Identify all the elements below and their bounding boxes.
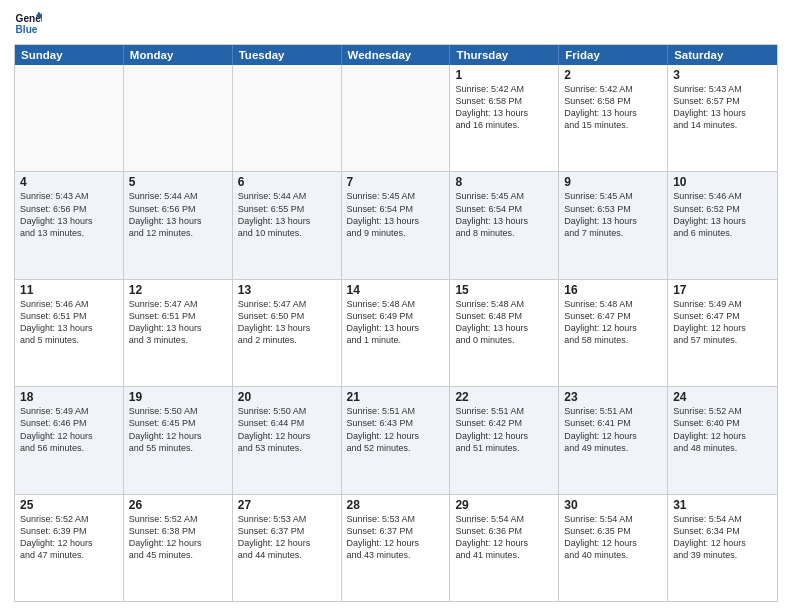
day-details: Sunrise: 5:42 AM Sunset: 6:58 PM Dayligh… bbox=[564, 83, 662, 132]
day-number: 24 bbox=[673, 390, 772, 404]
day-details: Sunrise: 5:48 AM Sunset: 6:47 PM Dayligh… bbox=[564, 298, 662, 347]
cal-cell: 7Sunrise: 5:45 AM Sunset: 6:54 PM Daylig… bbox=[342, 172, 451, 278]
cal-cell: 2Sunrise: 5:42 AM Sunset: 6:58 PM Daylig… bbox=[559, 65, 668, 171]
day-details: Sunrise: 5:43 AM Sunset: 6:57 PM Dayligh… bbox=[673, 83, 772, 132]
day-details: Sunrise: 5:53 AM Sunset: 6:37 PM Dayligh… bbox=[238, 513, 336, 562]
cal-week-5: 25Sunrise: 5:52 AM Sunset: 6:39 PM Dayli… bbox=[15, 495, 777, 601]
cal-cell: 14Sunrise: 5:48 AM Sunset: 6:49 PM Dayli… bbox=[342, 280, 451, 386]
day-number: 10 bbox=[673, 175, 772, 189]
cal-cell: 30Sunrise: 5:54 AM Sunset: 6:35 PM Dayli… bbox=[559, 495, 668, 601]
day-number: 3 bbox=[673, 68, 772, 82]
cal-cell: 16Sunrise: 5:48 AM Sunset: 6:47 PM Dayli… bbox=[559, 280, 668, 386]
day-number: 26 bbox=[129, 498, 227, 512]
cal-cell: 4Sunrise: 5:43 AM Sunset: 6:56 PM Daylig… bbox=[15, 172, 124, 278]
cal-cell bbox=[342, 65, 451, 171]
cal-cell: 28Sunrise: 5:53 AM Sunset: 6:37 PM Dayli… bbox=[342, 495, 451, 601]
day-details: Sunrise: 5:52 AM Sunset: 6:38 PM Dayligh… bbox=[129, 513, 227, 562]
cal-cell: 19Sunrise: 5:50 AM Sunset: 6:45 PM Dayli… bbox=[124, 387, 233, 493]
day-details: Sunrise: 5:51 AM Sunset: 6:41 PM Dayligh… bbox=[564, 405, 662, 454]
cal-cell: 17Sunrise: 5:49 AM Sunset: 6:47 PM Dayli… bbox=[668, 280, 777, 386]
day-details: Sunrise: 5:51 AM Sunset: 6:42 PM Dayligh… bbox=[455, 405, 553, 454]
day-number: 18 bbox=[20, 390, 118, 404]
header: General Blue bbox=[14, 10, 778, 38]
day-details: Sunrise: 5:47 AM Sunset: 6:51 PM Dayligh… bbox=[129, 298, 227, 347]
cal-cell: 23Sunrise: 5:51 AM Sunset: 6:41 PM Dayli… bbox=[559, 387, 668, 493]
day-number: 31 bbox=[673, 498, 772, 512]
cal-cell: 9Sunrise: 5:45 AM Sunset: 6:53 PM Daylig… bbox=[559, 172, 668, 278]
cal-cell: 18Sunrise: 5:49 AM Sunset: 6:46 PM Dayli… bbox=[15, 387, 124, 493]
day-number: 13 bbox=[238, 283, 336, 297]
cal-cell: 1Sunrise: 5:42 AM Sunset: 6:58 PM Daylig… bbox=[450, 65, 559, 171]
day-number: 8 bbox=[455, 175, 553, 189]
logo: General Blue bbox=[14, 10, 42, 38]
cal-cell: 24Sunrise: 5:52 AM Sunset: 6:40 PM Dayli… bbox=[668, 387, 777, 493]
cal-cell: 6Sunrise: 5:44 AM Sunset: 6:55 PM Daylig… bbox=[233, 172, 342, 278]
day-details: Sunrise: 5:51 AM Sunset: 6:43 PM Dayligh… bbox=[347, 405, 445, 454]
day-number: 21 bbox=[347, 390, 445, 404]
day-details: Sunrise: 5:50 AM Sunset: 6:45 PM Dayligh… bbox=[129, 405, 227, 454]
day-number: 1 bbox=[455, 68, 553, 82]
cal-week-3: 11Sunrise: 5:46 AM Sunset: 6:51 PM Dayli… bbox=[15, 280, 777, 387]
day-details: Sunrise: 5:44 AM Sunset: 6:55 PM Dayligh… bbox=[238, 190, 336, 239]
cal-cell: 29Sunrise: 5:54 AM Sunset: 6:36 PM Dayli… bbox=[450, 495, 559, 601]
day-details: Sunrise: 5:43 AM Sunset: 6:56 PM Dayligh… bbox=[20, 190, 118, 239]
day-details: Sunrise: 5:54 AM Sunset: 6:36 PM Dayligh… bbox=[455, 513, 553, 562]
cal-cell: 21Sunrise: 5:51 AM Sunset: 6:43 PM Dayli… bbox=[342, 387, 451, 493]
cal-cell: 31Sunrise: 5:54 AM Sunset: 6:34 PM Dayli… bbox=[668, 495, 777, 601]
svg-text:Blue: Blue bbox=[16, 24, 38, 35]
cal-cell: 3Sunrise: 5:43 AM Sunset: 6:57 PM Daylig… bbox=[668, 65, 777, 171]
day-number: 19 bbox=[129, 390, 227, 404]
day-number: 15 bbox=[455, 283, 553, 297]
day-number: 29 bbox=[455, 498, 553, 512]
day-number: 30 bbox=[564, 498, 662, 512]
day-number: 11 bbox=[20, 283, 118, 297]
day-number: 2 bbox=[564, 68, 662, 82]
cal-header-tuesday: Tuesday bbox=[233, 45, 342, 65]
day-details: Sunrise: 5:54 AM Sunset: 6:34 PM Dayligh… bbox=[673, 513, 772, 562]
cal-week-4: 18Sunrise: 5:49 AM Sunset: 6:46 PM Dayli… bbox=[15, 387, 777, 494]
calendar: SundayMondayTuesdayWednesdayThursdayFrid… bbox=[14, 44, 778, 602]
day-details: Sunrise: 5:46 AM Sunset: 6:52 PM Dayligh… bbox=[673, 190, 772, 239]
day-number: 25 bbox=[20, 498, 118, 512]
day-details: Sunrise: 5:45 AM Sunset: 6:54 PM Dayligh… bbox=[347, 190, 445, 239]
day-number: 16 bbox=[564, 283, 662, 297]
day-number: 22 bbox=[455, 390, 553, 404]
day-number: 23 bbox=[564, 390, 662, 404]
cal-cell bbox=[124, 65, 233, 171]
day-details: Sunrise: 5:47 AM Sunset: 6:50 PM Dayligh… bbox=[238, 298, 336, 347]
day-details: Sunrise: 5:45 AM Sunset: 6:54 PM Dayligh… bbox=[455, 190, 553, 239]
cal-cell: 15Sunrise: 5:48 AM Sunset: 6:48 PM Dayli… bbox=[450, 280, 559, 386]
cal-header-wednesday: Wednesday bbox=[342, 45, 451, 65]
cal-week-2: 4Sunrise: 5:43 AM Sunset: 6:56 PM Daylig… bbox=[15, 172, 777, 279]
logo-icon: General Blue bbox=[14, 10, 42, 38]
cal-cell: 10Sunrise: 5:46 AM Sunset: 6:52 PM Dayli… bbox=[668, 172, 777, 278]
cal-header-monday: Monday bbox=[124, 45, 233, 65]
day-number: 6 bbox=[238, 175, 336, 189]
cal-cell: 26Sunrise: 5:52 AM Sunset: 6:38 PM Dayli… bbox=[124, 495, 233, 601]
day-details: Sunrise: 5:50 AM Sunset: 6:44 PM Dayligh… bbox=[238, 405, 336, 454]
day-details: Sunrise: 5:52 AM Sunset: 6:40 PM Dayligh… bbox=[673, 405, 772, 454]
day-number: 14 bbox=[347, 283, 445, 297]
day-number: 5 bbox=[129, 175, 227, 189]
day-number: 4 bbox=[20, 175, 118, 189]
calendar-header: SundayMondayTuesdayWednesdayThursdayFrid… bbox=[15, 45, 777, 65]
day-details: Sunrise: 5:49 AM Sunset: 6:46 PM Dayligh… bbox=[20, 405, 118, 454]
day-details: Sunrise: 5:45 AM Sunset: 6:53 PM Dayligh… bbox=[564, 190, 662, 239]
day-details: Sunrise: 5:48 AM Sunset: 6:48 PM Dayligh… bbox=[455, 298, 553, 347]
day-details: Sunrise: 5:42 AM Sunset: 6:58 PM Dayligh… bbox=[455, 83, 553, 132]
cal-cell bbox=[15, 65, 124, 171]
day-number: 9 bbox=[564, 175, 662, 189]
day-details: Sunrise: 5:44 AM Sunset: 6:56 PM Dayligh… bbox=[129, 190, 227, 239]
day-number: 27 bbox=[238, 498, 336, 512]
cal-header-thursday: Thursday bbox=[450, 45, 559, 65]
day-details: Sunrise: 5:52 AM Sunset: 6:39 PM Dayligh… bbox=[20, 513, 118, 562]
cal-cell: 11Sunrise: 5:46 AM Sunset: 6:51 PM Dayli… bbox=[15, 280, 124, 386]
cal-cell: 25Sunrise: 5:52 AM Sunset: 6:39 PM Dayli… bbox=[15, 495, 124, 601]
day-number: 7 bbox=[347, 175, 445, 189]
cal-cell: 27Sunrise: 5:53 AM Sunset: 6:37 PM Dayli… bbox=[233, 495, 342, 601]
cal-cell bbox=[233, 65, 342, 171]
cal-cell: 5Sunrise: 5:44 AM Sunset: 6:56 PM Daylig… bbox=[124, 172, 233, 278]
cal-cell: 20Sunrise: 5:50 AM Sunset: 6:44 PM Dayli… bbox=[233, 387, 342, 493]
day-number: 20 bbox=[238, 390, 336, 404]
cal-header-sunday: Sunday bbox=[15, 45, 124, 65]
